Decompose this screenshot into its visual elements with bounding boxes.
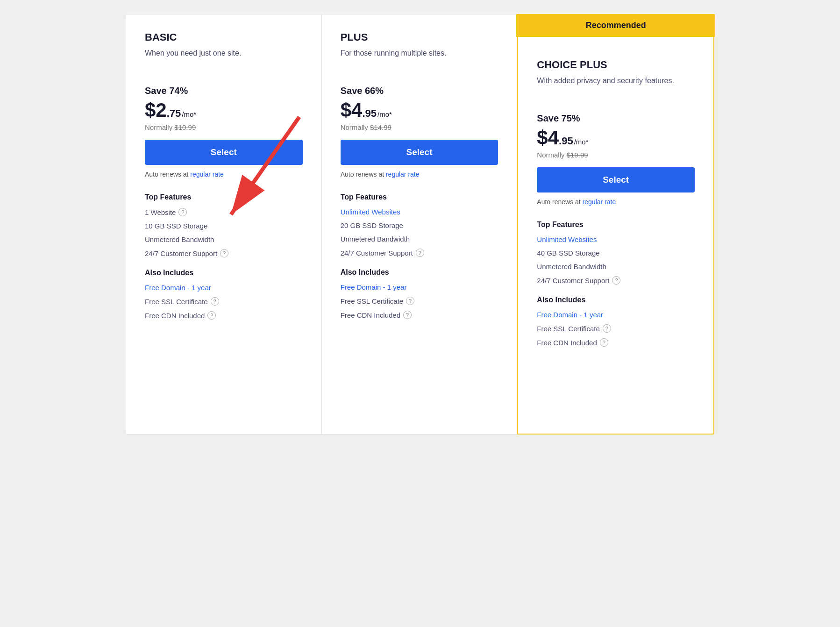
auto-renew-choice-plus: Auto renews at regular rate (537, 198, 695, 206)
auto-renew-basic: Auto renews at regular rate (145, 171, 303, 178)
help-icon-basic-top-0[interactable]: ? (178, 208, 187, 216)
top-feature-plus-0: Unlimited Websites (341, 208, 498, 216)
feature-text-choice-plus-1: 40 GB SSD Storage (537, 249, 599, 257)
feature-link-plus-0[interactable]: Unlimited Websites (341, 208, 400, 216)
price-decimal-basic: .75 (167, 107, 181, 120)
help-icon-basic-top-3[interactable]: ? (220, 249, 228, 257)
also-includes-plus: Also IncludesFree Domain - 1 yearFree SS… (341, 268, 498, 319)
also-text-plus-1: Free SSL Certificate (341, 297, 404, 305)
also-feature-choice-plus-0: Free Domain - 1 year (537, 311, 695, 319)
feature-text-plus-3: 24/7 Customer Support (341, 249, 413, 257)
price-row-choice-plus: $4 .95 /mo* (537, 127, 695, 149)
price-period-choice-plus: /mo* (574, 138, 589, 146)
save-badge-basic: Save 74% (145, 86, 303, 96)
recommended-badge: Recommended (516, 14, 715, 37)
also-link-plus-0[interactable]: Free Domain - 1 year (341, 283, 407, 291)
top-feature-choice-plus-1: 40 GB SSD Storage (537, 249, 695, 257)
help-icon-choice-plus-also-2[interactable]: ? (600, 338, 608, 347)
help-icon-basic-also-1[interactable]: ? (211, 297, 219, 306)
top-feature-choice-plus-3: 24/7 Customer Support? (537, 276, 695, 285)
feature-text-plus-2: Unmetered Bandwidth (341, 235, 410, 243)
help-icon-plus-also-1[interactable]: ? (406, 297, 414, 305)
select-button-choice-plus[interactable]: Select (537, 167, 695, 192)
plan-card-basic: BASIC When you need just one site. Save … (126, 14, 322, 435)
top-feature-choice-plus-0: Unlimited Websites (537, 235, 695, 243)
top-feature-plus-3: 24/7 Customer Support? (341, 249, 498, 257)
also-link-choice-plus-0[interactable]: Free Domain - 1 year (537, 311, 603, 319)
price-decimal-plus: .95 (362, 107, 377, 120)
also-feature-basic-0: Free Domain - 1 year (145, 284, 303, 292)
plan-description-basic: When you need just one site. (145, 48, 303, 71)
plan-description-plus: For those running multiple sites. (341, 48, 498, 71)
price-whole-plus: $4 (341, 99, 363, 121)
price-row-basic: $2 .75 /mo* (145, 99, 303, 121)
plan-description-choice-plus: With added privacy and security features… (537, 76, 695, 98)
feature-text-plus-1: 20 GB SSD Storage (341, 221, 403, 229)
feature-text-choice-plus-3: 24/7 Customer Support (537, 277, 609, 285)
save-badge-plus: Save 66% (341, 86, 498, 96)
also-link-basic-0[interactable]: Free Domain - 1 year (145, 284, 211, 292)
plan-name-basic: BASIC (145, 31, 303, 43)
feature-text-basic-2: Unmetered Bandwidth (145, 235, 214, 243)
price-period-plus: /mo* (377, 110, 392, 118)
price-period-basic: /mo* (182, 110, 196, 118)
also-includes-title-choice-plus: Also Includes (537, 296, 695, 304)
feature-text-choice-plus-2: Unmetered Bandwidth (537, 263, 606, 271)
top-feature-choice-plus-2: Unmetered Bandwidth (537, 263, 695, 271)
plan-card-plus: PLUS For those running multiple sites. S… (322, 14, 518, 435)
regular-rate-link-choice-plus[interactable]: regular rate (583, 198, 616, 206)
top-feature-plus-1: 20 GB SSD Storage (341, 221, 498, 229)
select-button-basic[interactable]: Select (145, 140, 303, 165)
top-features-title-plus: Top Features (341, 193, 498, 201)
normal-price-plus: Normally $14.99 (341, 123, 498, 131)
top-features-title-basic: Top Features (145, 193, 303, 201)
also-text-choice-plus-2: Free CDN Included (537, 339, 597, 347)
price-decimal-choice-plus: .95 (559, 135, 573, 147)
plan-card-choice-plus: Recommended CHOICE PLUS With added priva… (517, 14, 714, 435)
plan-name-choice-plus: CHOICE PLUS (537, 59, 695, 71)
top-feature-basic-1: 10 GB SSD Storage (145, 222, 303, 230)
help-icon-basic-also-2[interactable]: ? (207, 311, 216, 320)
auto-renew-plus: Auto renews at regular rate (341, 171, 498, 178)
regular-rate-link-plus[interactable]: regular rate (386, 171, 420, 178)
price-row-plus: $4 .95 /mo* (341, 99, 498, 121)
regular-rate-link-basic[interactable]: regular rate (190, 171, 224, 178)
also-includes-basic: Also IncludesFree Domain - 1 yearFree SS… (145, 269, 303, 320)
top-feature-plus-2: Unmetered Bandwidth (341, 235, 498, 243)
feature-link-choice-plus-0[interactable]: Unlimited Websites (537, 235, 597, 243)
also-feature-basic-2: Free CDN Included? (145, 311, 303, 320)
also-feature-basic-1: Free SSL Certificate? (145, 297, 303, 306)
also-text-plus-2: Free CDN Included (341, 311, 400, 319)
also-feature-plus-1: Free SSL Certificate? (341, 297, 498, 305)
plan-name-plus: PLUS (341, 31, 498, 43)
feature-text-basic-0: 1 Website (145, 208, 176, 216)
top-feature-basic-3: 24/7 Customer Support? (145, 249, 303, 257)
top-features-title-choice-plus: Top Features (537, 221, 695, 229)
also-text-choice-plus-1: Free SSL Certificate (537, 325, 600, 333)
also-includes-title-plus: Also Includes (341, 268, 498, 277)
normal-price-basic: Normally $10.99 (145, 123, 303, 131)
feature-text-basic-3: 24/7 Customer Support (145, 249, 217, 257)
also-includes-choice-plus: Also IncludesFree Domain - 1 yearFree SS… (537, 296, 695, 347)
also-text-basic-2: Free CDN Included (145, 312, 205, 320)
also-includes-title-basic: Also Includes (145, 269, 303, 277)
top-feature-basic-2: Unmetered Bandwidth (145, 235, 303, 243)
price-whole-basic: $2 (145, 99, 167, 121)
select-button-plus[interactable]: Select (341, 140, 498, 165)
also-text-basic-1: Free SSL Certificate (145, 298, 208, 306)
price-whole-choice-plus: $4 (537, 127, 559, 149)
help-icon-choice-plus-also-1[interactable]: ? (603, 324, 611, 333)
also-feature-plus-2: Free CDN Included? (341, 311, 498, 319)
top-feature-basic-0: 1 Website? (145, 208, 303, 216)
also-feature-choice-plus-1: Free SSL Certificate? (537, 324, 695, 333)
pricing-container: BASIC When you need just one site. Save … (126, 14, 714, 435)
help-icon-plus-top-3[interactable]: ? (416, 249, 424, 257)
feature-text-basic-1: 10 GB SSD Storage (145, 222, 207, 230)
normal-price-choice-plus: Normally $19.99 (537, 151, 695, 159)
help-icon-choice-plus-top-3[interactable]: ? (612, 276, 620, 285)
also-feature-choice-plus-2: Free CDN Included? (537, 338, 695, 347)
also-feature-plus-0: Free Domain - 1 year (341, 283, 498, 291)
save-badge-choice-plus: Save 75% (537, 113, 695, 124)
help-icon-plus-also-2[interactable]: ? (403, 311, 412, 319)
